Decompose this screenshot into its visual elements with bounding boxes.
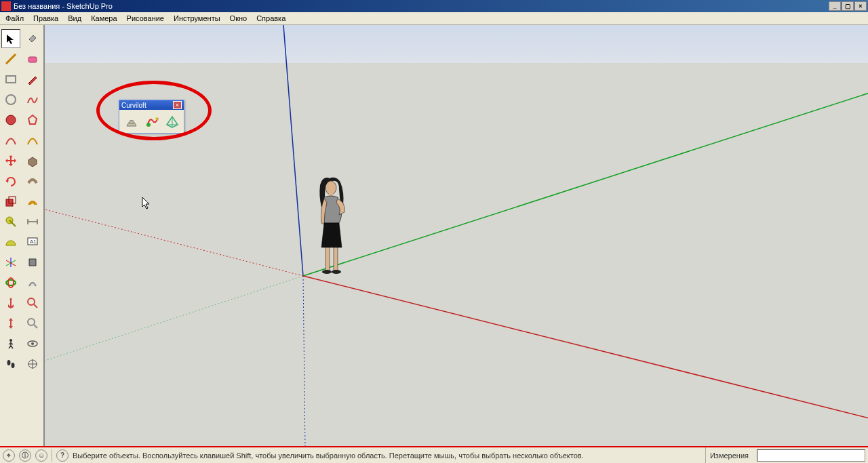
svg-line-34 xyxy=(303,276,868,418)
curviloft-skinning-button[interactable] xyxy=(163,113,181,130)
eye-tool[interactable] xyxy=(23,334,42,353)
svg-line-35 xyxy=(45,209,303,276)
paintbucket-tool[interactable] xyxy=(23,29,42,48)
menu-camera[interactable]: Камера xyxy=(90,14,118,23)
menu-tools[interactable]: Инструменты xyxy=(172,14,222,23)
minimize-button[interactable]: _ xyxy=(829,1,841,11)
tool-column-right: A1 xyxy=(22,25,43,447)
footprints-tool[interactable] xyxy=(1,355,20,374)
app-icon xyxy=(1,1,11,11)
arc-tool[interactable] xyxy=(1,131,20,150)
annotation-bottom-redline xyxy=(0,446,868,447)
rotate-tool[interactable] xyxy=(1,172,20,190)
eraser-tool[interactable] xyxy=(23,49,42,68)
tool-column-left xyxy=(0,25,22,447)
dimension-tool[interactable] xyxy=(23,212,42,231)
offset-tool[interactable] xyxy=(23,192,42,211)
measurements-label: Измерения xyxy=(710,451,749,460)
axes-tool[interactable] xyxy=(1,253,20,272)
pan-tool[interactable] xyxy=(1,294,20,313)
text-tool[interactable]: A1 xyxy=(23,233,42,251)
polygon-tool[interactable] xyxy=(23,110,42,129)
freehand-tool[interactable] xyxy=(23,90,42,109)
status-hint: Выберите объекты. Воспользуйтесь клавише… xyxy=(73,451,701,460)
svg-point-12 xyxy=(7,360,11,365)
menu-file[interactable]: Файл xyxy=(4,14,25,23)
menu-draw[interactable]: Рисование xyxy=(125,14,165,23)
svg-point-11 xyxy=(9,339,12,342)
svg-line-32 xyxy=(303,93,868,276)
zoom-window-tool[interactable] xyxy=(23,314,42,333)
svg-point-38 xyxy=(322,270,332,274)
tape-tool[interactable] xyxy=(1,212,20,231)
status-user-icon[interactable]: ☺ xyxy=(35,449,47,462)
walk-tool[interactable] xyxy=(1,334,20,353)
divider xyxy=(52,449,52,462)
menu-bar: Файл Правка Вид Камера Рисование Инструм… xyxy=(0,12,868,25)
menu-edit[interactable]: Правка xyxy=(32,14,60,23)
pushpull-tool[interactable] xyxy=(23,151,42,170)
pencil-tool[interactable] xyxy=(23,70,42,89)
svg-point-26 xyxy=(31,342,34,345)
maximize-button[interactable]: ▢ xyxy=(842,1,854,11)
curviloft-close-button[interactable]: × xyxy=(173,101,182,109)
title-bar: Без названия - SketchUp Pro _ ▢ × xyxy=(0,0,868,12)
status-credits-icon[interactable]: ⓘ xyxy=(19,449,31,462)
curviloft-loft-path-button[interactable] xyxy=(143,113,161,130)
menu-help[interactable]: Справка xyxy=(255,14,287,23)
svg-point-2 xyxy=(6,115,16,125)
orbit-tool[interactable] xyxy=(1,273,20,292)
svg-line-33 xyxy=(45,276,303,361)
svg-point-23 xyxy=(28,319,35,325)
svg-point-13 xyxy=(12,363,15,368)
curviloft-title: Curviloft xyxy=(121,102,146,109)
circle2-tool[interactable] xyxy=(1,110,20,129)
circle-tool[interactable] xyxy=(1,90,20,109)
svg-point-1 xyxy=(6,95,16,104)
svg-marker-15 xyxy=(28,115,37,124)
line-tool[interactable] xyxy=(1,49,20,68)
svg-point-21 xyxy=(28,298,35,305)
measurements-section: Измерения xyxy=(705,447,753,463)
svg-line-30 xyxy=(283,25,303,276)
close-button[interactable]: × xyxy=(854,1,867,11)
status-geolocate-icon[interactable]: ⌖ xyxy=(3,449,15,462)
svg-point-36 xyxy=(326,181,336,195)
svg-line-24 xyxy=(34,325,37,328)
scale-tool[interactable] xyxy=(1,192,20,211)
arc2-tool[interactable] xyxy=(23,131,42,150)
window-title: Без названия - SketchUp Pro xyxy=(14,2,829,10)
curviloft-toolbar[interactable]: Curviloft × xyxy=(119,100,184,134)
svg-point-42 xyxy=(146,123,151,127)
status-help-icon[interactable]: ? xyxy=(56,449,68,462)
viewport[interactable]: Curviloft × xyxy=(43,25,868,447)
status-bar: ⌖ ⓘ ☺ ? Выберите объекты. Воспользуйтесь… xyxy=(0,447,868,463)
svg-text:A1: A1 xyxy=(30,239,37,245)
curviloft-body xyxy=(119,110,184,133)
window-controls: _ ▢ × xyxy=(829,1,867,11)
svg-point-39 xyxy=(332,270,341,274)
protractor-tool[interactable] xyxy=(1,233,20,251)
move-tool[interactable] xyxy=(1,151,20,170)
svg-line-22 xyxy=(34,304,37,308)
curviloft-loft-spline-button[interactable] xyxy=(123,113,140,130)
measurements-input[interactable] xyxy=(757,449,865,462)
select-tool[interactable] xyxy=(1,29,20,48)
menu-view[interactable]: Вид xyxy=(66,14,83,23)
svg-rect-3 xyxy=(6,199,13,206)
menu-window[interactable]: Окно xyxy=(229,14,249,23)
section-tool[interactable] xyxy=(23,253,42,272)
zoom-extents-tool[interactable] xyxy=(23,294,42,313)
zoom-tool[interactable] xyxy=(1,314,20,333)
svg-rect-14 xyxy=(28,57,37,62)
followme-tool[interactable] xyxy=(23,172,42,190)
svg-line-31 xyxy=(303,276,305,447)
curviloft-titlebar[interactable]: Curviloft × xyxy=(119,100,184,110)
toolbar-area: A1 xyxy=(0,25,43,447)
rectangle-tool[interactable] xyxy=(1,70,20,89)
scene-svg xyxy=(45,25,868,447)
svg-rect-0 xyxy=(6,76,16,83)
lookaround-tool[interactable] xyxy=(23,273,42,292)
svg-point-43 xyxy=(155,117,158,120)
target-tool[interactable] xyxy=(23,355,42,374)
